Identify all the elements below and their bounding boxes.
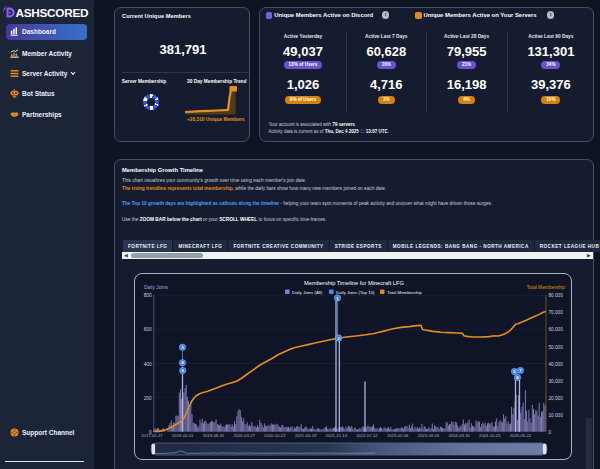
svg-text:50,000: 50,000 [549, 345, 564, 350]
svg-text:2024-10-25: 2024-10-25 [479, 433, 501, 438]
svg-text:Total Membership: Total Membership [526, 285, 565, 290]
svg-text:0: 0 [549, 430, 552, 435]
svg-text:2019-02-01: 2019-02-01 [172, 433, 194, 438]
svg-text:70,000: 70,000 [549, 310, 564, 315]
svg-text:2023-09-03: 2023-09-03 [418, 433, 440, 438]
svg-text:10,000: 10,000 [549, 413, 564, 418]
svg-text:600: 600 [144, 327, 152, 332]
svg-text:Daily Joins (All): Daily Joins (All) [292, 290, 323, 295]
svg-text:2021-12-14: 2021-12-14 [326, 433, 348, 438]
svg-text:200: 200 [144, 396, 152, 401]
svg-text:2024-03-30: 2024-03-30 [448, 433, 470, 438]
svg-text:2020-03-27: 2020-03-27 [233, 433, 255, 438]
svg-text:800: 800 [144, 293, 152, 298]
svg-text:2021-05-19: 2021-05-19 [295, 433, 317, 438]
svg-text:30,000: 30,000 [549, 379, 564, 384]
svg-text:2019-08-31: 2019-08-31 [203, 433, 225, 438]
svg-text:2025-05-22: 2025-05-22 [510, 433, 532, 438]
svg-text:2022-07-12: 2022-07-12 [356, 433, 378, 438]
svg-text:40,000: 40,000 [549, 362, 564, 367]
svg-text:Membership Timeline for Minecr: Membership Timeline for Minecraft LFG [304, 280, 404, 286]
svg-text:60,000: 60,000 [549, 327, 564, 332]
svg-text:2020-10-22: 2020-10-22 [264, 433, 286, 438]
svg-text:2017-02-27: 2017-02-27 [141, 433, 163, 438]
svg-text:80,000: 80,000 [549, 293, 564, 298]
svg-text:Daily Joins: Daily Joins [144, 285, 168, 290]
svg-text:Total Membership: Total Membership [387, 290, 422, 295]
svg-text:400: 400 [144, 362, 152, 367]
svg-text:Daily Joins (Top 10): Daily Joins (Top 10) [336, 290, 375, 295]
svg-text:2023-02-06: 2023-02-06 [387, 433, 409, 438]
svg-text:20,000: 20,000 [549, 396, 564, 401]
